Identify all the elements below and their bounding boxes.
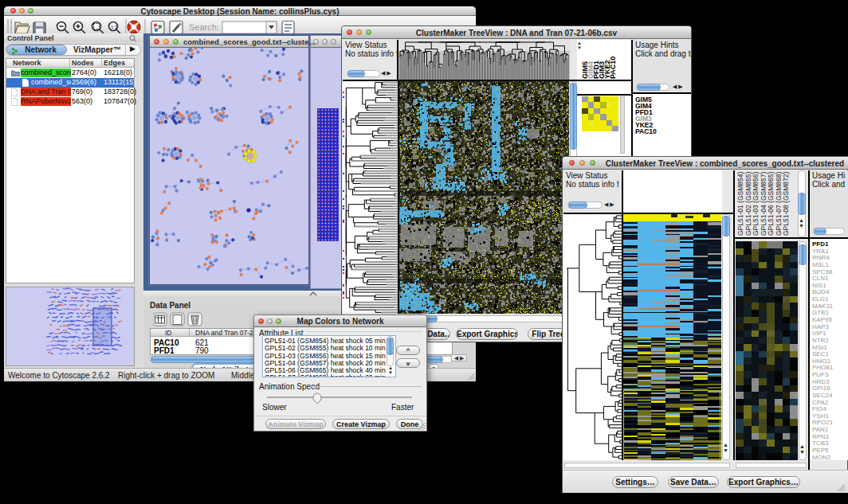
svg-text:PAC10: PAC10 <box>609 57 617 79</box>
svg-text:RPN1: RPN1 <box>812 433 830 440</box>
svg-text:1:1: 1:1 <box>111 25 118 29</box>
svg-text:GPL51-06 (GSM865): GPL51-06 (GSM865) <box>767 172 775 236</box>
svg-text:ELG1: ELG1 <box>812 295 829 303</box>
svg-text:GPL51-07 (GSM868): GPL51-07 (GSM868) <box>775 172 783 236</box>
svg-text:GPL51-01 (GSM854): GPL51-01 (GSM854) <box>736 172 744 236</box>
svg-text:NTR2: NTR2 <box>812 337 829 344</box>
svg-text:SPC98: SPC98 <box>812 268 833 275</box>
svg-text:GPL51-03 (GSM856): GPL51-03 (GSM856) <box>752 172 760 236</box>
svg-text:GPL51-08 (GSM872): GPL51-08 (GSM872) <box>782 172 790 236</box>
svg-text:MON2: MON2 <box>812 454 831 461</box>
svg-text:KAP95: KAP95 <box>812 316 832 323</box>
svg-text:GPL51-04 (GSM857): GPL51-04 (GSM857) <box>760 172 768 236</box>
svg-text:GPI16: GPI16 <box>812 385 830 392</box>
svg-text:FIG4: FIG4 <box>812 405 826 412</box>
svg-text:YRA1: YRA1 <box>812 248 829 255</box>
svg-text:PHO81: PHO81 <box>812 364 834 371</box>
svg-text:Search:: Search: <box>189 22 219 32</box>
svg-text:GPL51-02 (GSM855): GPL51-02 (GSM855) <box>744 172 752 236</box>
